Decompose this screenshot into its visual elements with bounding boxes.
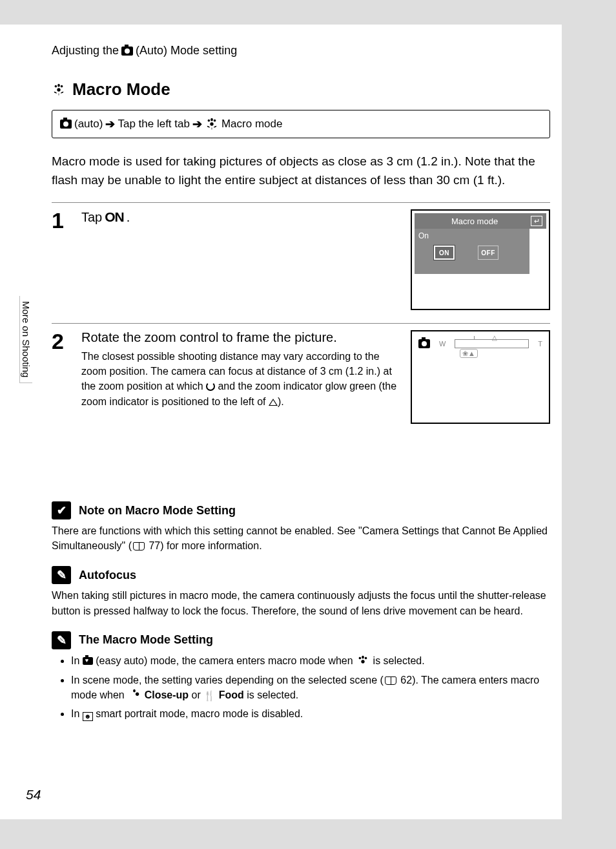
section-title-row: Macro Mode [52,79,550,100]
lcd-screen-macro: Macro mode ↵ On ON OFF [411,209,550,310]
note-text: There are functions with which this sett… [52,525,548,551]
note-title: The Macro Mode Setting [79,633,213,647]
navigation-path-box: (auto) ➔ Tap the left tab ➔ Macro mode [52,110,550,138]
step-number: 2 [52,330,71,424]
step-headline-suffix: . [127,210,130,225]
manual-page: Adjusting the (Auto) Mode setting Macro … [0,25,562,819]
macro-flower-icon [205,117,219,131]
step-figure: W △ T ❀▲ [411,330,550,424]
step-figure: Macro mode ↵ On ON OFF [411,209,550,310]
page-number: 54 [26,787,41,802]
note-body: There are functions with which this sett… [52,523,550,553]
easy-auto-icon [83,657,93,665]
arrow-right-icon: ➔ [105,117,115,131]
step-headline-text: Tap [81,210,102,225]
on-button[interactable]: ON [434,246,455,260]
note-bullet: In (easy auto) mode, the camera enters m… [71,653,550,669]
triangle-icon [269,399,278,406]
note-macro-setting: ✔ Note on Macro Mode Setting There are f… [52,501,550,553]
off-button[interactable]: OFF [478,246,498,260]
lcd-title: Macro mode [451,216,498,226]
step-number: 1 [52,209,71,310]
notes-section: ✔ Note on Macro Mode Setting There are f… [52,501,550,722]
intro-paragraph: Macro mode is used for taking pictures o… [52,152,550,189]
page-ref-icon [385,676,396,685]
breadcrumb-part: Tap the left tab [118,118,190,131]
check-note-icon: ✔ [52,501,71,519]
macro-flower-icon [356,655,370,669]
focus-ring-icon [206,382,215,391]
zoom-tele-label: T [538,340,542,348]
lcd-body: On ON OFF [415,229,529,274]
camera-icon [418,339,430,348]
desc-text: ). [278,396,284,407]
side-tab-label: More on Shooting [19,296,32,383]
lcd-status: On [418,231,526,240]
step-headline: Rotate the zoom control to frame the pic… [81,330,400,345]
on-glyph-icon: ON [105,209,124,225]
step-2: 2 Rotate the zoom control to frame the p… [52,323,550,424]
arrow-right-icon: ➔ [192,117,202,131]
breadcrumb-part: Macro mode [221,118,282,131]
note-body: When taking still pictures in macro mode… [52,588,550,618]
food-label: Food [219,689,244,700]
note-body: In (easy auto) mode, the camera enters m… [52,653,550,722]
camera-icon [121,47,133,56]
header-suffix: (Auto) Mode setting [136,44,237,58]
step-description: The closest possible shooting distance m… [81,349,400,409]
macro-flower-icon [52,83,66,97]
page-ref-icon [133,542,145,550]
zoom-wide-label: W [439,340,446,348]
zoom-indicator-bar: △ [455,339,529,348]
zoom-triangle-marker: △ [492,334,497,341]
pencil-note-icon: ✎ [52,566,71,584]
step-headline-text: Rotate the zoom control to frame the pic… [81,330,337,345]
closeup-label: Close-up [145,689,189,700]
back-icon[interactable]: ↵ [531,216,542,226]
breadcrumb-part: (auto) [74,118,103,131]
step-headline: Tap ON. [81,209,400,225]
note-text: ) for more information. [160,540,262,551]
pencil-note-icon: ✎ [52,631,71,649]
header-prefix: Adjusting the [52,44,119,58]
page-ref: 77 [149,540,160,551]
zoom-macro-badge: ❀▲ [460,350,542,358]
macro-flower-icon [127,688,141,702]
camera-icon [60,120,72,129]
note-bullet: In scene mode, the setting varies depend… [71,673,550,703]
section-title: Macro Mode [72,79,170,100]
step-1: 1 Tap ON. Macro mode ↵ On ON OFF [52,202,550,310]
page-header: Adjusting the (Auto) Mode setting [52,44,550,58]
food-utensils-icon: 🍴 [203,690,216,701]
note-macro-mode-setting: ✎ The Macro Mode Setting In (easy auto) … [52,631,550,722]
lcd-screen-zoom: W △ T ❀▲ [411,330,550,424]
note-autofocus: ✎ Autofocus When taking still pictures i… [52,566,550,618]
note-title: Autofocus [79,569,136,582]
lcd-titlebar: Macro mode ↵ [415,213,546,229]
note-title: Note on Macro Mode Setting [79,504,236,518]
smart-portrait-icon: ☻ [83,712,93,721]
note-bullet: In ☻ smart portrait mode, macro mode is … [71,706,550,721]
